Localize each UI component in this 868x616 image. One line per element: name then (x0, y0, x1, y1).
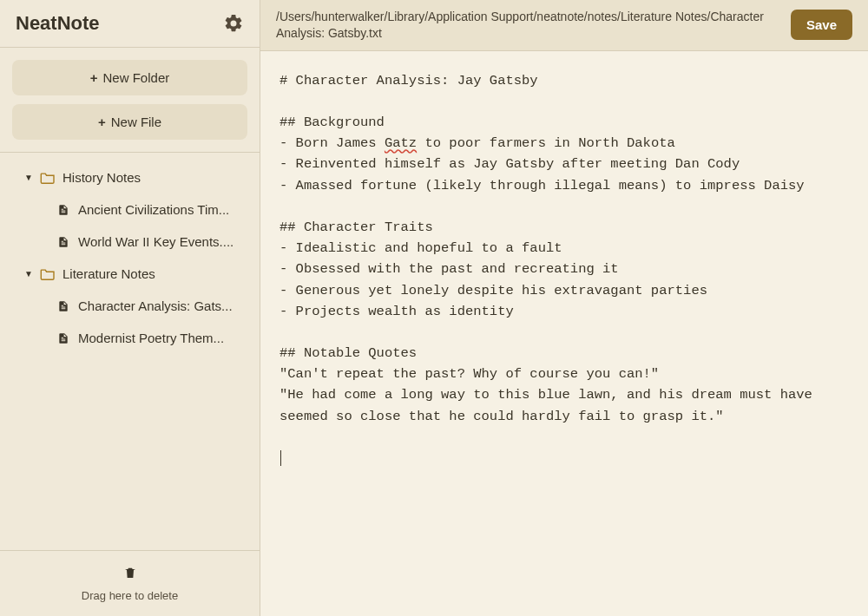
file-label: Ancient Civilizations Tim... (78, 202, 229, 217)
sidebar-header: NeatNote (0, 0, 260, 48)
folder-label: Literature Notes (62, 266, 155, 281)
editor-line: "He had come a long way to this blue law… (279, 387, 820, 423)
main-pane: /Users/hunterwalker/Library/Application … (260, 0, 868, 616)
file-label: Character Analysis: Gats... (78, 298, 233, 313)
save-button[interactable]: Save (791, 10, 852, 40)
chevron-down-icon: ▼ (24, 173, 33, 182)
editor-textarea[interactable]: # Character Analysis: Jay Gatsby ## Back… (260, 51, 868, 616)
editor-line: to poor farmers in North Dakota (417, 135, 675, 151)
folder-label: History Notes (62, 170, 141, 185)
file-tree: ▼ History Notes Ancient Civilizations Ti… (0, 153, 260, 550)
file-modernist-poetry[interactable]: Modernist Poetry Them... (0, 322, 260, 354)
plus-icon: + (98, 115, 106, 129)
editor-line: ## Background (279, 115, 385, 130)
sidebar-actions: + New Folder + New File (0, 48, 260, 153)
file-ancient-civilizations[interactable]: Ancient Civilizations Tim... (0, 193, 260, 226)
file-path: /Users/hunterwalker/Library/Application … (276, 9, 773, 42)
new-file-label: New File (111, 115, 161, 129)
file-world-war-ii[interactable]: World War II Key Events.... (0, 226, 260, 258)
chevron-down-icon: ▼ (24, 269, 33, 279)
file-icon (57, 331, 69, 345)
file-icon (57, 203, 69, 217)
spellcheck-underline: Gatz (385, 135, 417, 151)
file-icon (57, 299, 69, 313)
file-label: World War II Key Events.... (78, 234, 233, 249)
file-icon (57, 235, 69, 249)
app-title: NeatNote (16, 12, 100, 35)
editor-line: - Idealistic and hopeful to a fault (279, 240, 562, 256)
new-folder-label: New Folder (103, 70, 170, 85)
delete-hint: Drag here to delete (82, 589, 178, 602)
folder-history-notes[interactable]: ▼ History Notes (0, 161, 260, 193)
editor-line: ## Notable Quotes (279, 345, 417, 361)
editor-line: # Character Analysis: Jay Gatsby (279, 73, 538, 88)
editor-line: - Amassed fortune (likely through illega… (279, 178, 805, 193)
new-file-button[interactable]: + New File (12, 104, 247, 140)
editor-line: - Born James (279, 135, 385, 151)
folder-icon (40, 268, 56, 280)
editor-line: "Can't repeat the past? Why of course yo… (279, 366, 659, 382)
main-header: /Users/hunterwalker/Library/Application … (260, 0, 868, 51)
sidebar: NeatNote + New Folder + New File ▼ Histo… (0, 0, 260, 616)
plus-icon: + (90, 70, 98, 85)
file-label: Modernist Poetry Them... (78, 331, 224, 345)
folder-icon (40, 172, 56, 184)
editor-line: - Generous yet lonely despite his extrav… (279, 283, 707, 298)
folder-literature-notes[interactable]: ▼ Literature Notes (0, 258, 260, 290)
trash-icon (123, 565, 137, 580)
file-character-analysis-gatsby[interactable]: Character Analysis: Gats... (0, 290, 260, 322)
text-cursor (280, 450, 281, 466)
gear-icon[interactable] (223, 13, 244, 34)
editor-line: - Reinvented himself as Jay Gatsby after… (279, 156, 740, 172)
editor-line: - Projects wealth as identity (279, 304, 514, 319)
delete-dropzone[interactable]: Drag here to delete (0, 550, 260, 616)
editor-line: - Obsessed with the past and recreating … (279, 261, 619, 277)
new-folder-button[interactable]: + New Folder (12, 60, 247, 95)
editor-line: ## Character Traits (279, 220, 433, 235)
